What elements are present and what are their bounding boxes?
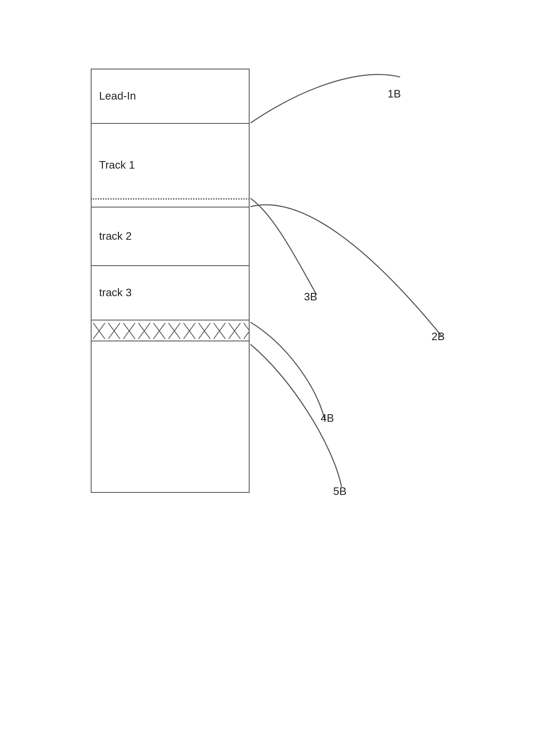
track1-label: Track 1 [99, 159, 135, 172]
svg-rect-2 [92, 320, 249, 341]
dotted-separator [91, 198, 250, 200]
label-5B: 5B [333, 485, 347, 498]
crosshatch-cell [92, 320, 249, 341]
label-4B: 4B [321, 412, 334, 425]
label-3B: 3B [304, 290, 317, 303]
track1-cell: Track 1 [92, 124, 249, 208]
lead-in-label: Lead-In [99, 90, 136, 103]
lead-in-cell: Lead-In [92, 69, 249, 124]
label-1B: 1B [388, 87, 401, 100]
track3-cell: track 3 [92, 266, 249, 320]
track-column: Lead-In Track 1 track 2 track 3 [91, 69, 250, 493]
track2-label: track 2 [99, 230, 132, 243]
track3-label: track 3 [99, 286, 132, 299]
bottom-cell [92, 341, 249, 492]
crosshatch-pattern [92, 320, 249, 341]
track2-cell: track 2 [92, 208, 249, 266]
diagram-container: Lead-In Track 1 track 2 track 3 [82, 44, 459, 713]
label-2B: 2B [431, 330, 445, 343]
